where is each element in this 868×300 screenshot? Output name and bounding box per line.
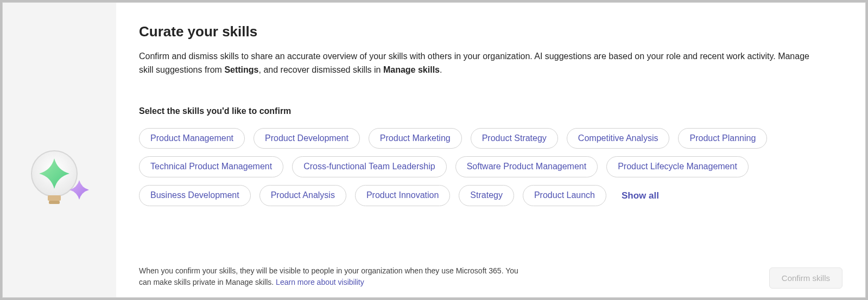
- skill-chip[interactable]: Product Lifecycle Management: [606, 156, 749, 177]
- svg-rect-2: [49, 201, 60, 204]
- sidebar: [3, 3, 116, 297]
- skill-chip[interactable]: Product Launch: [523, 185, 606, 206]
- settings-link-word: Settings: [224, 65, 258, 74]
- skill-chip[interactable]: Product Analysis: [259, 185, 346, 206]
- description-text: Confirm and dismiss skills to share an a…: [139, 50, 823, 77]
- skill-chip[interactable]: Business Development: [139, 185, 251, 206]
- description-mid: , and recover dismissed skills in: [259, 65, 383, 74]
- description-post: .: [440, 65, 442, 74]
- main-content: Curate your skills Confirm and dismiss s…: [116, 3, 865, 297]
- svg-rect-1: [48, 195, 61, 201]
- skill-chip[interactable]: Technical Product Management: [139, 156, 283, 177]
- page-title: Curate your skills: [139, 23, 842, 40]
- skill-chip[interactable]: Software Product Management: [455, 156, 598, 177]
- visibility-note: When you confirm your skills, they will …: [139, 265, 519, 289]
- skill-chip[interactable]: Strategy: [459, 185, 514, 206]
- footer-row: When you confirm your skills, they will …: [139, 265, 842, 289]
- lightbulb-sparkle-icon: [27, 148, 92, 224]
- curate-skills-panel: Curate your skills Confirm and dismiss s…: [2, 2, 866, 298]
- skills-chip-group: Product ManagementProduct DevelopmentPro…: [139, 128, 823, 206]
- select-skills-label: Select the skills you'd like to confirm: [139, 106, 842, 116]
- skill-chip[interactable]: Competitive Analysis: [567, 128, 670, 149]
- skill-chip[interactable]: Cross-functional Team Leadership: [292, 156, 447, 177]
- skill-chip[interactable]: Product Marketing: [369, 128, 462, 149]
- show-all-link[interactable]: Show all: [622, 190, 659, 201]
- manage-skills-link-word: Manage skills: [383, 65, 440, 74]
- confirm-skills-button[interactable]: Confirm skills: [769, 267, 842, 289]
- learn-more-visibility-link[interactable]: Learn more about visibility: [276, 278, 364, 286]
- skill-chip[interactable]: Product Strategy: [471, 128, 558, 149]
- skill-chip[interactable]: Product Planning: [678, 128, 767, 149]
- skill-chip[interactable]: Product Management: [139, 128, 245, 149]
- skill-chip[interactable]: Product Development: [254, 128, 360, 149]
- skill-chip[interactable]: Product Innovation: [355, 185, 450, 206]
